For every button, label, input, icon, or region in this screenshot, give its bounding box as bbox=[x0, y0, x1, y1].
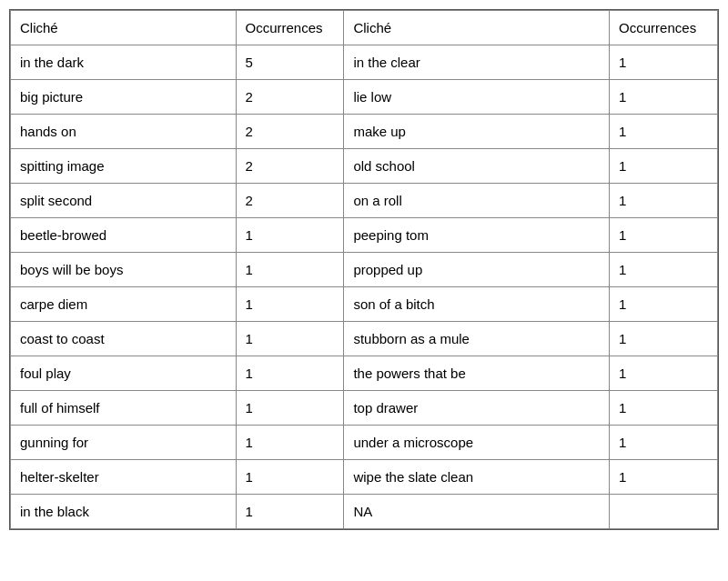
cliche-cell: in the black bbox=[11, 495, 237, 529]
occurrence-cell: 1 bbox=[236, 495, 344, 529]
cliche-cell: foul play bbox=[11, 356, 237, 391]
cliche-cell: lie low bbox=[344, 80, 610, 115]
occurrence-cell: 1 bbox=[236, 460, 344, 495]
occurrence-cell: 1 bbox=[610, 391, 718, 426]
occurrence-cell: 1 bbox=[610, 356, 718, 391]
occurrence-cell: 1 bbox=[610, 45, 718, 80]
cliche-cell: peeping tom bbox=[344, 218, 610, 253]
main-table-container: Cliché Occurrences Cliché Occurrences in… bbox=[9, 9, 719, 530]
cliche-cell: NA bbox=[344, 495, 610, 529]
cliche-table: Cliché Occurrences Cliché Occurrences in… bbox=[10, 10, 718, 529]
table-row: in the dark5in the clear1 bbox=[11, 45, 718, 80]
cliche-cell: old school bbox=[344, 149, 610, 184]
occurrence-cell: 1 bbox=[610, 426, 718, 460]
occurrence-cell: 1 bbox=[610, 460, 718, 495]
cliche-cell: propped up bbox=[344, 253, 610, 287]
cliche-cell: full of himself bbox=[11, 391, 237, 426]
table-row: spitting image2old school1 bbox=[11, 149, 718, 184]
cliche-cell: carpe diem bbox=[11, 287, 237, 322]
occurrence-cell: 1 bbox=[236, 253, 344, 287]
cliche-cell: beetle-browed bbox=[11, 218, 237, 253]
occurrence-cell: 2 bbox=[236, 80, 344, 115]
cliche-cell: on a roll bbox=[344, 184, 610, 218]
occurrence-cell: 1 bbox=[610, 218, 718, 253]
table-row: foul play1the powers that be1 bbox=[11, 356, 718, 391]
occurrence-cell bbox=[610, 495, 718, 529]
table-row: in the black1NA bbox=[11, 495, 718, 529]
occurrence-cell: 2 bbox=[236, 184, 344, 218]
cliche-cell: under a microscope bbox=[344, 426, 610, 460]
table-row: gunning for1under a microscope1 bbox=[11, 426, 718, 460]
table-row: split second2on a roll1 bbox=[11, 184, 718, 218]
occurrence-cell: 1 bbox=[610, 184, 718, 218]
occurrence-cell: 1 bbox=[610, 287, 718, 322]
cliche-cell: top drawer bbox=[344, 391, 610, 426]
cliche-cell: wipe the slate clean bbox=[344, 460, 610, 495]
occurrence-cell: 1 bbox=[610, 322, 718, 356]
header-cliche-2: Cliché bbox=[344, 11, 610, 45]
cliche-cell: son of a bitch bbox=[344, 287, 610, 322]
cliche-cell: helter-skelter bbox=[11, 460, 237, 495]
occurrence-cell: 5 bbox=[236, 45, 344, 80]
cliche-cell: split second bbox=[11, 184, 237, 218]
occurrence-cell: 1 bbox=[610, 115, 718, 149]
occurrence-cell: 1 bbox=[236, 218, 344, 253]
occurrence-cell: 1 bbox=[236, 426, 344, 460]
occurrence-cell: 1 bbox=[236, 287, 344, 322]
cliche-cell: big picture bbox=[11, 80, 237, 115]
occurrence-cell: 1 bbox=[610, 149, 718, 184]
table-row: boys will be boys1propped up1 bbox=[11, 253, 718, 287]
header-row: Cliché Occurrences Cliché Occurrences bbox=[11, 11, 718, 45]
cliche-cell: gunning for bbox=[11, 426, 237, 460]
cliche-cell: stubborn as a mule bbox=[344, 322, 610, 356]
header-occ-2: Occurrences bbox=[610, 11, 718, 45]
table-row: helter-skelter1wipe the slate clean1 bbox=[11, 460, 718, 495]
occurrence-cell: 1 bbox=[610, 80, 718, 115]
cliche-cell: spitting image bbox=[11, 149, 237, 184]
occurrence-cell: 1 bbox=[236, 322, 344, 356]
occurrence-cell: 1 bbox=[236, 391, 344, 426]
table-row: full of himself1top drawer1 bbox=[11, 391, 718, 426]
cliche-cell: coast to coast bbox=[11, 322, 237, 356]
table-row: coast to coast1stubborn as a mule1 bbox=[11, 322, 718, 356]
cliche-cell: in the dark bbox=[11, 45, 237, 80]
cliche-cell: the powers that be bbox=[344, 356, 610, 391]
occurrence-cell: 2 bbox=[236, 115, 344, 149]
table-row: carpe diem1son of a bitch1 bbox=[11, 287, 718, 322]
cliche-cell: boys will be boys bbox=[11, 253, 237, 287]
occurrence-cell: 1 bbox=[236, 356, 344, 391]
occurrence-cell: 2 bbox=[236, 149, 344, 184]
table-row: big picture2lie low1 bbox=[11, 80, 718, 115]
header-cliche-1: Cliché bbox=[11, 11, 237, 45]
cliche-cell: in the clear bbox=[344, 45, 610, 80]
table-row: hands on2make up1 bbox=[11, 115, 718, 149]
occurrence-cell: 1 bbox=[610, 253, 718, 287]
table-body: in the dark5in the clear1big picture2lie… bbox=[11, 45, 718, 529]
header-occ-1: Occurrences bbox=[236, 11, 344, 45]
cliche-cell: hands on bbox=[11, 115, 237, 149]
table-row: beetle-browed1peeping tom1 bbox=[11, 218, 718, 253]
cliche-cell: make up bbox=[344, 115, 610, 149]
